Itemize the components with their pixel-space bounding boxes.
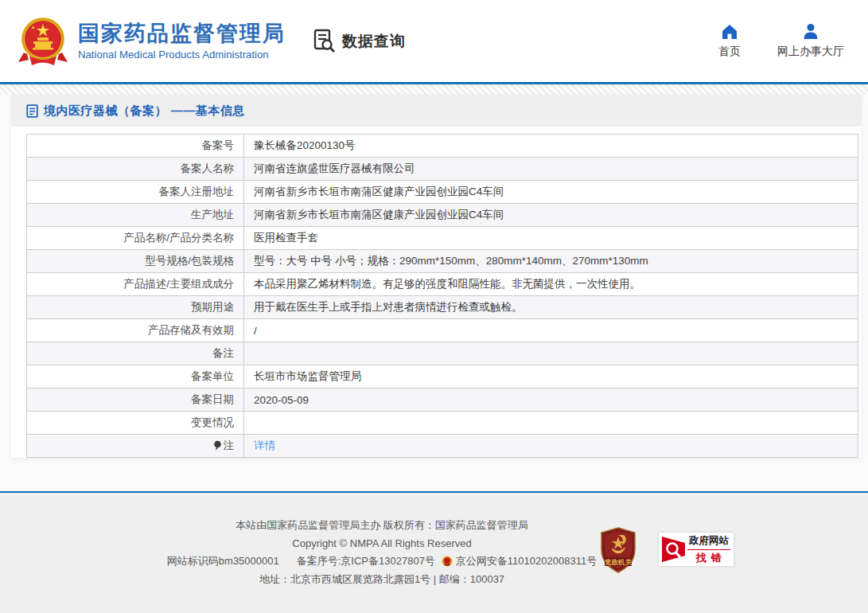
row-label: 产品描述/主要组成成分	[27, 273, 244, 296]
balloon-icon	[213, 440, 222, 453]
find-error-magnifier-icon	[659, 533, 687, 566]
national-emblem-icon	[16, 14, 70, 68]
row-label: 备案日期	[27, 388, 244, 412]
logo-group: 国家药品监督管理局 National Medical Products Admi…	[16, 14, 286, 68]
page-title: 境内医疗器械（备案） ——基本信息	[44, 103, 245, 119]
row-label: 注	[27, 435, 244, 458]
org-name-cn: 国家药品监督管理局	[78, 21, 286, 45]
party-government-badge[interactable]: 党政机关	[599, 527, 637, 573]
info-table: 备案号豫长械备20200130号备案人名称河南省连旗盛世医疗器械有限公司备案人注…	[26, 134, 858, 458]
police-badge-icon	[442, 556, 453, 567]
gov-website-find-error-badge[interactable]: 政府网站 找错	[659, 533, 734, 566]
table-row: 产品名称/产品分类名称医用检查手套	[27, 227, 858, 250]
row-value	[244, 342, 858, 365]
nav-service-hall[interactable]: 网上办事大厅	[777, 23, 844, 59]
footer-line4: 地址：北京市西城区展览路北露园1号 | 邮编：100037	[88, 571, 676, 589]
police-beian-link[interactable]: 京公网安备11010202008311号	[442, 552, 597, 571]
row-label: 备注	[27, 342, 244, 365]
row-value: 详情	[244, 435, 858, 458]
table-row: 预期用途用于戴在医生手上或手指上对患者病情进行检查或触检。	[27, 296, 858, 319]
row-value	[244, 412, 858, 435]
org-name-en: National Medical Products Administration	[78, 49, 286, 61]
police-beian-number: 京公网安备11010202008311号	[456, 552, 597, 571]
table-row: 备案日期2020-05-09	[27, 388, 858, 412]
row-label: 备案号	[27, 135, 244, 158]
header-nav: 首页 网上办事大厅	[718, 23, 849, 59]
document-search-icon	[311, 28, 337, 54]
row-label: 产品名称/产品分类名称	[27, 227, 244, 250]
table-row: 备案号豫长械备20200130号	[27, 135, 858, 158]
row-value: 豫长械备20200130号	[244, 135, 858, 158]
table-row: 生产地址河南省新乡市长垣市南蒲区健康产业园创业园C4车间	[27, 204, 858, 227]
find-error-label: 找错	[687, 549, 730, 565]
table-row: 产品存储及有效期/	[27, 319, 858, 342]
data-query-label: 数据查询	[342, 31, 406, 52]
nav-service-hall-label: 网上办事大厅	[777, 45, 844, 59]
row-value: 河南省新乡市长垣市南蒲区健康产业园创业园C4车间	[244, 204, 858, 227]
row-label: 型号规格/包装规格	[27, 250, 244, 273]
table-row: 型号规格/包装规格型号：大号 中号 小号；规格：290mm*150mm、280m…	[27, 250, 858, 273]
row-label: 产品存储及有效期	[27, 319, 244, 342]
row-value: 用于戴在医生手上或手指上对患者病情进行检查或触检。	[244, 296, 858, 319]
page: 国家药品监督管理局 National Medical Products Admi…	[0, 0, 868, 613]
row-value: 长垣市市场监督管理局	[244, 365, 858, 388]
table-row: 产品描述/主要组成成分本品采用聚乙烯材料制造。有足够的强度和阻隔性能。非无菌提供…	[27, 273, 858, 296]
footer-line1: 本站由国家药品监督管理局主办 版权所有：国家药品监督管理局	[88, 517, 676, 535]
nav-home-label: 首页	[718, 45, 741, 59]
footer-line3: 网站标识码bm35000001 备案序号:京ICP备13027807号 京公网安…	[88, 552, 676, 571]
stripe-divider	[0, 84, 868, 95]
footer-text: 本站由国家药品监督管理局主办 版权所有：国家药品监督管理局 Copyright …	[88, 493, 676, 588]
row-label: 备案人名称	[27, 158, 244, 181]
row-label: 备案单位	[27, 365, 244, 388]
table-row: 备注	[27, 342, 858, 365]
row-label: 变更情况	[27, 412, 244, 435]
icp-number: 备案序号:京ICP备13027807号	[297, 552, 435, 571]
table-row: 注详情	[27, 435, 858, 458]
table-row: 备案人注册地址河南省新乡市长垣市南蒲区健康产业园创业园C4车间	[27, 181, 858, 204]
data-query-entry[interactable]: 数据查询	[311, 28, 406, 54]
row-value: 型号：大号 中号 小号；规格：290mm*150mm、280mm*140mm、2…	[244, 250, 858, 273]
user-icon	[802, 23, 819, 40]
gov-badge-text: 政府网站 找错	[687, 533, 734, 566]
detail-link[interactable]: 详情	[254, 439, 275, 451]
site-id-code: 网站标识码bm35000001	[167, 552, 279, 571]
row-value: /	[244, 319, 858, 342]
row-label: 生产地址	[27, 204, 244, 227]
nav-home[interactable]: 首页	[718, 23, 741, 59]
org-names: 国家药品监督管理局 National Medical Products Admi…	[78, 21, 286, 61]
table-row: 变更情况	[27, 412, 858, 435]
table-row: 备案人名称河南省连旗盛世医疗器械有限公司	[27, 158, 858, 181]
row-value: 河南省连旗盛世医疗器械有限公司	[244, 158, 858, 181]
row-value: 河南省新乡市长垣市南蒲区健康产业园创业园C4车间	[244, 181, 858, 204]
home-icon	[721, 23, 738, 40]
main-content: 境内医疗器械（备案） ——基本信息 备案号豫长械备20200130号备案人名称河…	[0, 95, 868, 458]
row-label: 预期用途	[27, 296, 244, 319]
row-label: 备案人注册地址	[27, 181, 244, 204]
gov-site-label: 政府网站	[687, 534, 730, 549]
site-header: 国家药品监督管理局 National Medical Products Admi…	[0, 0, 868, 82]
row-value: 2020-05-09	[244, 388, 858, 412]
document-icon	[26, 104, 38, 118]
content-title-bar: 境内医疗器械（备案） ——基本信息	[11, 95, 862, 127]
row-value: 本品采用聚乙烯材料制造。有足够的强度和阻隔性能。非无菌提供，一次性使用。	[244, 273, 858, 296]
row-value: 医用检查手套	[244, 227, 858, 250]
site-footer: 本站由国家药品监督管理局主办 版权所有：国家药品监督管理局 Copyright …	[0, 491, 868, 613]
footer-line2: Copyright © NMPA All Rights Reserved	[88, 535, 676, 553]
table-row: 备案单位长垣市市场监督管理局	[27, 365, 858, 388]
content-box: 境内医疗器械（备案） ——基本信息 备案号豫长械备20200130号备案人名称河…	[11, 95, 862, 458]
svg-text:党政机关: 党政机关	[604, 558, 633, 566]
